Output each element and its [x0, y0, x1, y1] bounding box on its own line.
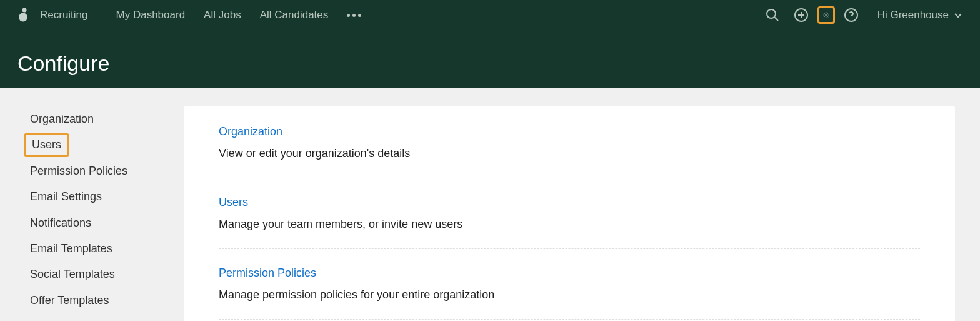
search-button[interactable]	[764, 6, 781, 24]
section-desc-users: Manage your team members, or invite new …	[219, 218, 920, 231]
settings-button[interactable]	[818, 6, 835, 24]
search-icon	[765, 8, 780, 23]
more-menu-icon[interactable]	[347, 14, 361, 17]
sidebar-item-email-settings[interactable]: Email Settings	[30, 184, 184, 210]
section-title-organization[interactable]: Organization	[219, 125, 920, 138]
nav-divider	[102, 8, 102, 23]
help-circle-icon	[844, 8, 859, 23]
sidebar-item-offer-templates[interactable]: Offer Templates	[30, 288, 184, 313]
main-panel: Organization View or edit your organizat…	[184, 106, 955, 321]
sidebar: Organization Users Permission Policies E…	[0, 106, 184, 321]
plus-circle-icon	[794, 8, 809, 23]
svg-point-2	[767, 9, 776, 18]
section-title-users[interactable]: Users	[219, 196, 920, 209]
svg-point-0	[22, 8, 27, 13]
section-permission-policies: Permission Policies Manage permission po…	[219, 249, 920, 320]
section-organization: Organization View or edit your organizat…	[219, 125, 920, 178]
svg-point-1	[19, 13, 28, 22]
nav-right: Hi Greenhouse	[764, 6, 962, 24]
greeting-text: Hi Greenhouse	[878, 9, 949, 21]
section-desc-organization: View or edit your organization's details	[219, 147, 920, 160]
svg-line-3	[774, 18, 778, 21]
header: Recruiting My Dashboard All Jobs All Can…	[0, 0, 980, 88]
sidebar-item-users[interactable]: Users	[24, 133, 69, 156]
section-desc-permission-policies: Manage permission policies for your enti…	[219, 288, 920, 302]
nav-all-candidates[interactable]: All Candidates	[260, 9, 329, 21]
help-button[interactable]	[842, 6, 860, 24]
brand-name[interactable]: Recruiting	[40, 9, 88, 21]
greenhouse-logo-icon	[18, 8, 29, 23]
section-users: Users Manage your team members, or invit…	[219, 178, 920, 249]
svg-point-7	[825, 14, 827, 16]
topnav: Recruiting My Dashboard All Jobs All Can…	[0, 0, 980, 30]
sidebar-item-notifications[interactable]: Notifications	[30, 210, 184, 236]
sidebar-item-organization[interactable]: Organization	[30, 106, 184, 132]
nav-my-dashboard[interactable]: My Dashboard	[116, 9, 186, 21]
sidebar-item-email-templates[interactable]: Email Templates	[30, 236, 184, 262]
user-menu[interactable]: Hi Greenhouse	[878, 9, 962, 21]
sidebar-item-social-templates[interactable]: Social Templates	[30, 262, 184, 287]
logo[interactable]	[18, 8, 29, 23]
section-title-permission-policies[interactable]: Permission Policies	[219, 267, 920, 280]
content-area: Organization Users Permission Policies E…	[0, 88, 980, 321]
nav-all-jobs[interactable]: All Jobs	[204, 9, 241, 21]
sidebar-item-permission-policies[interactable]: Permission Policies	[30, 158, 184, 184]
gear-icon	[823, 8, 829, 23]
add-button[interactable]	[792, 6, 810, 24]
chevron-down-icon	[954, 11, 962, 19]
page-title: Configure	[0, 30, 980, 76]
